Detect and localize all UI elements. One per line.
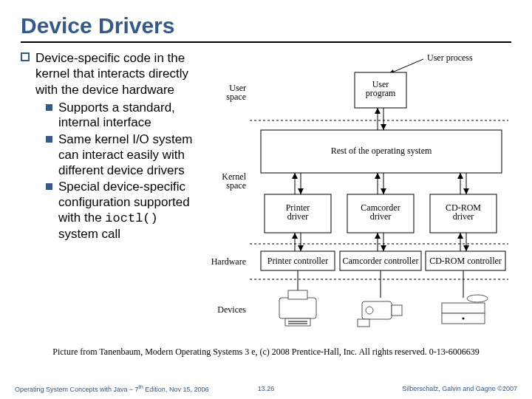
printer-icon [279, 290, 316, 326]
label-rest-os: Rest of the operating system [331, 146, 432, 156]
title-divider [21, 41, 511, 43]
svg-marker-25 [298, 188, 304, 194]
filled-square-icon [46, 104, 52, 111]
hollow-square-icon [21, 52, 30, 61]
slide-footer: Operating System Concepts with Java – 7t… [0, 383, 532, 393]
architecture-diagram: Userspace Kernelspace Hardware Devices U… [205, 50, 511, 342]
camcorder-icon [358, 301, 402, 327]
svg-marker-15 [381, 124, 386, 130]
footer-center: 13.26 [241, 385, 291, 392]
svg-text:Hardware: Hardware [211, 256, 246, 267]
svg-rect-61 [392, 305, 402, 316]
main-bullet-text: Device-specific code in the kernel that … [35, 50, 198, 242]
sub-bullet: Supports a standard, internal interface [46, 100, 198, 131]
svg-text:Kernelspace: Kernelspace [222, 171, 246, 191]
svg-text:Userspace: Userspace [226, 83, 246, 102]
svg-marker-32 [457, 173, 463, 179]
svg-rect-64 [442, 303, 485, 313]
sub-bullet: Special device-specific configuration su… [46, 180, 198, 242]
svg-point-66 [467, 295, 488, 302]
svg-text:Printerdriver: Printerdriver [286, 202, 310, 222]
svg-marker-50 [457, 233, 463, 239]
cdrom-icon [442, 295, 488, 324]
svg-line-7 [389, 59, 423, 74]
svg-text:Printer controller: Printer controller [267, 256, 328, 266]
svg-marker-42 [292, 233, 298, 239]
svg-marker-47 [381, 245, 386, 251]
svg-point-67 [463, 318, 465, 320]
svg-marker-51 [463, 245, 469, 251]
svg-rect-55 [279, 298, 316, 318]
filled-square-icon [46, 136, 52, 143]
code-ioctl: ioctl() [105, 211, 157, 225]
svg-marker-24 [292, 173, 298, 179]
svg-text:Camcorder controller: Camcorder controller [343, 256, 419, 266]
diagram-column: Userspace Kernelspace Hardware Devices U… [205, 50, 511, 342]
slide: Device Drivers Device-specific code in t… [0, 0, 532, 399]
svg-rect-57 [285, 318, 310, 326]
footer-left: Operating System Concepts with Java – 7t… [15, 383, 241, 393]
content-columns: Device-specific code in the kernel that … [21, 50, 511, 342]
svg-marker-29 [381, 188, 386, 194]
svg-marker-28 [375, 173, 381, 179]
svg-text:CD-ROM controller: CD-ROM controller [429, 256, 502, 266]
svg-marker-14 [375, 108, 381, 114]
sub-bullet-list: Supports a standard, internal interface … [35, 100, 198, 242]
svg-marker-46 [375, 233, 381, 239]
svg-marker-33 [463, 188, 469, 194]
text-column: Device-specific code in the kernel that … [21, 50, 198, 342]
sub-bullet-text: Special device-specific configuration su… [58, 180, 198, 242]
main-bullet: Device-specific code in the kernel that … [21, 50, 198, 242]
sub-bullet-text: Same kernel I/O system can interact easi… [58, 132, 198, 178]
svg-marker-43 [298, 245, 304, 251]
svg-rect-63 [358, 319, 369, 327]
filled-square-icon [46, 183, 52, 190]
sub-bullet-text: Supports a standard, internal interface [58, 100, 198, 131]
svg-point-62 [366, 307, 373, 314]
footer-right: Silberschatz, Galvin and Gagne ©2007 [291, 385, 517, 392]
svg-rect-56 [288, 290, 307, 299]
slide-title: Device Drivers [21, 13, 511, 38]
sub-bullet: Same kernel I/O system can interact easi… [46, 132, 198, 178]
svg-text:Devices: Devices [217, 304, 246, 315]
main-bullet-body: Device-specific code in the kernel that … [35, 51, 188, 97]
label-user-process: User process [427, 52, 473, 63]
figure-caption: Picture from Tanenbaum, Modern Operating… [21, 347, 511, 358]
